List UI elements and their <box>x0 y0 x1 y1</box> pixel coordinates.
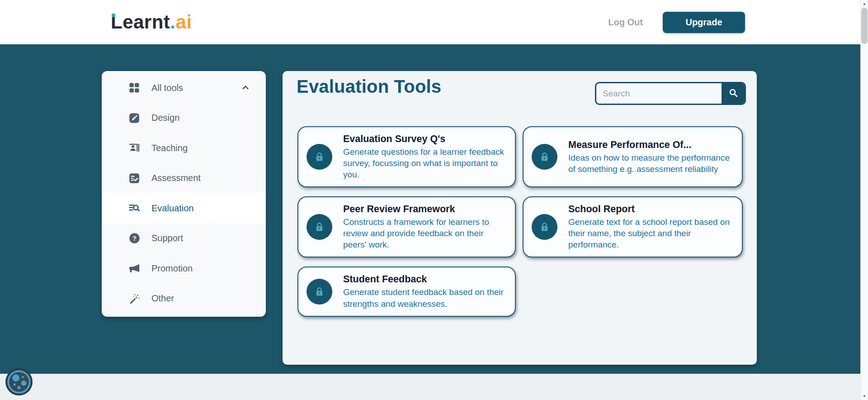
search-box <box>595 82 746 105</box>
sidebar-item-teaching[interactable]: Teaching <box>102 133 266 163</box>
sidebar-item-support[interactable]: ? Support <box>102 224 266 254</box>
question-icon: ? <box>127 231 142 246</box>
megaphone-icon <box>127 261 142 276</box>
logo-text-main: Learnt <box>111 11 170 33</box>
scrollbar-thumb[interactable] <box>861 8 868 44</box>
sidebar-item-assessment[interactable]: Assessment <box>102 163 266 194</box>
tool-card-measure-performance-of[interactable]: Measure Performance Of... Ideas on how t… <box>523 126 743 187</box>
search-icon <box>728 87 739 100</box>
search-input[interactable] <box>596 83 722 104</box>
tool-card-evaluation-survey-q-s[interactable]: Evaluation Survey Q's Generate questions… <box>297 126 516 187</box>
page: Learnt.ai Log Out Upgrade All tools Desi… <box>0 0 868 400</box>
lock-icon <box>532 214 557 240</box>
logo[interactable]: Learnt.ai <box>111 0 192 44</box>
page-title: Evaluation Tools <box>297 76 441 97</box>
sidebar-item-other[interactable]: Other <box>102 284 266 314</box>
tool-card-school-report[interactable]: School Report Generate text for a school… <box>523 196 743 257</box>
tool-card-student-feedback[interactable]: Student Feedback Generate student feedba… <box>297 267 516 316</box>
tool-card-description: Generate text for a school report based … <box>568 216 733 250</box>
tool-card-peer-review-framework[interactable]: Peer Review Framework Constructs a frame… <box>297 196 516 257</box>
tool-card-description: Generate questions for a learner feedbac… <box>343 146 506 180</box>
presenter-icon <box>127 141 142 155</box>
tool-card-title: Evaluation Survey Q's <box>343 133 506 145</box>
search-list-icon <box>127 201 142 215</box>
sidebar-item-design[interactable]: Design <box>102 103 266 133</box>
vertical-scrollbar[interactable]: ▲ ▼ <box>860 0 868 400</box>
sidebar-item-evaluation[interactable]: Evaluation <box>102 193 266 224</box>
grid-icon <box>127 81 142 95</box>
pencil-icon <box>127 111 142 125</box>
content-background: All tools Design Teaching Assessment Eva… <box>0 44 868 374</box>
logo-dot: . <box>170 11 175 33</box>
tool-card-description: Ideas on how to measure the performance … <box>568 152 733 175</box>
main-panel: Evaluation Tools Evaluation Survey Q's G <box>283 71 757 365</box>
sidebar-item-all-tools[interactable]: All tools <box>102 73 266 103</box>
checklist-icon <box>127 171 142 186</box>
lock-icon <box>307 144 332 170</box>
chevron-up-icon[interactable] <box>241 83 250 93</box>
tools-sidebar: All tools Design Teaching Assessment Eva… <box>102 71 266 317</box>
top-nav <box>323 0 442 44</box>
accessibility-widget-icon[interactable] <box>5 368 33 396</box>
lock-icon <box>532 144 557 170</box>
tool-card-description: Generate student feedback based on their… <box>343 286 506 309</box>
scroll-up-icon[interactable]: ▲ <box>861 0 868 8</box>
lock-icon <box>307 214 332 240</box>
tool-card-title: School Report <box>568 204 733 215</box>
wand-icon <box>127 291 142 306</box>
tool-card-title: Measure Performance Of... <box>568 139 733 151</box>
tool-card-description: Constructs a framework for learners to r… <box>343 216 506 250</box>
upgrade-button[interactable]: Upgrade <box>663 12 745 33</box>
lock-icon <box>307 279 332 305</box>
tool-card-title: Peer Review Framework <box>343 204 506 215</box>
tool-card-title: Student Feedback <box>343 274 506 285</box>
top-bar: Learnt.ai Log Out Upgrade <box>0 0 868 44</box>
svg-text:?: ? <box>132 235 137 242</box>
logo-text-accent: ai <box>176 11 192 33</box>
tool-card-grid: Evaluation Survey Q's Generate questions… <box>297 126 743 317</box>
sidebar-item-promotion[interactable]: Promotion <box>102 253 266 284</box>
header-right-group: Log Out Upgrade <box>608 0 745 44</box>
logout-link[interactable]: Log Out <box>608 17 643 28</box>
scroll-down-icon[interactable]: ▼ <box>861 392 868 400</box>
search-button[interactable] <box>722 83 745 104</box>
footer-bar <box>0 374 868 400</box>
